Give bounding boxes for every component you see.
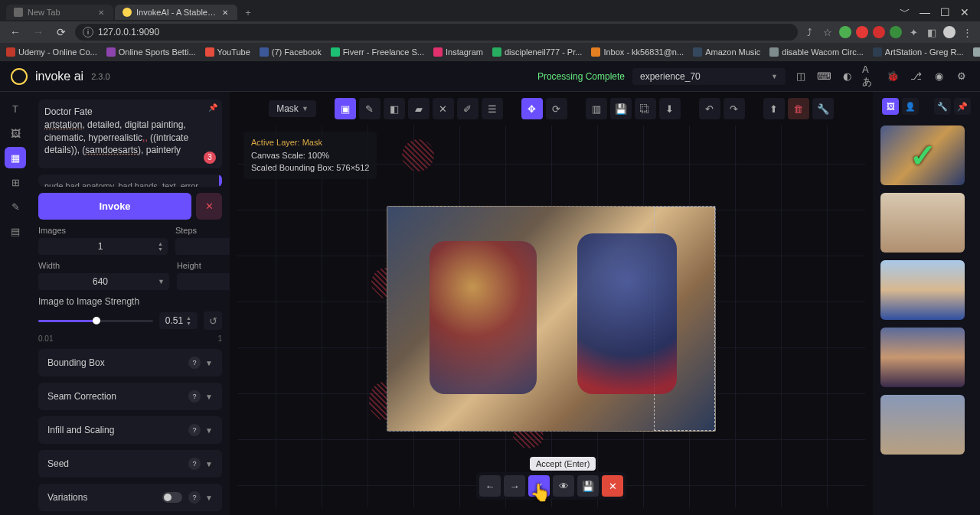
gallery-thumbnail[interactable] <box>880 395 965 455</box>
model-select[interactable]: experience_70 ▼ <box>632 68 786 85</box>
back-button[interactable]: ← <box>6 23 24 41</box>
layer-select[interactable]: Mask▼ <box>269 100 316 117</box>
bounding-box-overlay[interactable] <box>654 207 715 431</box>
rail-text2img-icon[interactable]: T <box>5 98 26 119</box>
bookmark-star-icon[interactable]: ☆ <box>821 25 835 39</box>
options-icon[interactable]: ☰ <box>482 98 503 119</box>
width-select[interactable]: ▼ <box>38 273 169 290</box>
extensions-icon[interactable]: ✦ <box>906 25 920 39</box>
brush-tool-icon[interactable]: ✎ <box>359 98 381 119</box>
reset-icon[interactable]: ↺ <box>204 311 222 330</box>
brush-color-button[interactable]: ▣ <box>335 98 356 119</box>
generated-image[interactable] <box>387 206 716 432</box>
help-icon[interactable]: ? <box>188 390 201 403</box>
bookmark-item[interactable]: (7) Facebook <box>260 47 322 57</box>
stage-accept-button[interactable]: ✓ <box>528 475 550 497</box>
stage-prev-icon[interactable]: ← <box>479 475 501 497</box>
reset-view-icon[interactable]: ⟳ <box>546 98 567 119</box>
browser-tab[interactable]: New Tab ✕ <box>6 5 113 20</box>
move-tool-icon[interactable]: ✥ <box>521 98 543 119</box>
rail-postprocess-icon[interactable]: ✎ <box>5 196 26 217</box>
forward-button[interactable]: → <box>29 23 47 41</box>
positive-prompt[interactable]: 📌 Doctor Fate artstation, detailed, digi… <box>38 99 222 168</box>
extension-icon[interactable] <box>890 26 902 38</box>
gallery-thumbnail[interactable] <box>880 125 965 185</box>
gallery-thumbnail[interactable] <box>880 193 965 253</box>
gallery-strip[interactable] <box>873 121 980 515</box>
bookmark-item[interactable]: Online Sports Betti... <box>106 47 196 57</box>
bug-icon[interactable]: 🐞 <box>885 69 900 84</box>
help-icon[interactable]: ? <box>188 357 201 369</box>
canvas-viewport[interactable]: Active Layer: Mask Canvas Scale: 100% Sc… <box>237 125 865 507</box>
accordion-seed[interactable]: Seed ? ▼ <box>38 450 222 478</box>
save-icon[interactable]: 💾 <box>610 98 632 119</box>
bookmark-item[interactable]: YouTube <box>205 47 250 57</box>
github-icon[interactable]: ⎇ <box>908 69 923 84</box>
stage-toggle-icon[interactable]: 👁 <box>553 475 574 497</box>
share-icon[interactable]: ⤴ <box>802 25 816 39</box>
clear-canvas-icon[interactable]: 🗑 <box>788 98 809 119</box>
fill-tool-icon[interactable]: ▰ <box>408 98 430 119</box>
help-icon[interactable]: ? <box>188 424 201 436</box>
bookmark-item[interactable]: Amazon Music <box>693 47 760 57</box>
redo-icon[interactable]: ↷ <box>724 98 745 119</box>
images-input[interactable]: ▲▼ <box>38 238 168 255</box>
accordion-variations[interactable]: Variations ? ▼ <box>38 484 222 511</box>
stepper-icon[interactable]: ▲▼ <box>186 315 191 326</box>
gallery-images-tab[interactable]: 🖼 <box>882 98 899 115</box>
rail-img2img-icon[interactable]: 🖼 <box>5 122 26 144</box>
stepper-icon[interactable]: ▲▼ <box>158 241 163 252</box>
help-icon[interactable]: ? <box>188 458 201 470</box>
extension-icon[interactable] <box>856 26 868 38</box>
negative-prompt[interactable]: nude bad anatomy, bad hands, text, error… <box>38 174 222 187</box>
window-close-button[interactable]: ✕ <box>956 3 974 21</box>
gallery-pin-icon[interactable]: 📌 <box>954 98 971 115</box>
window-minimize-button[interactable]: — <box>916 3 934 21</box>
discord-icon[interactable]: ◉ <box>931 69 946 84</box>
bookmark-item[interactable]: disable Wacom Circ... <box>769 47 864 57</box>
download-icon[interactable]: ⬇ <box>659 98 681 119</box>
rail-nodes-icon[interactable]: ⊞ <box>5 171 26 193</box>
language-icon[interactable]: Aあ <box>862 69 877 84</box>
strength-value[interactable]: 0.51▲▼ <box>159 312 198 329</box>
reload-button[interactable]: ⟳ <box>52 23 70 41</box>
clear-mask-icon[interactable]: ✕ <box>433 98 454 119</box>
cancel-button[interactable]: ✕ <box>196 193 222 220</box>
window-maximize-button[interactable]: ☐ <box>936 3 954 21</box>
bookmark-item[interactable]: discipleneil777 - Pr... <box>492 47 583 57</box>
theme-icon[interactable]: ◐ <box>839 69 854 84</box>
rail-canvas-icon[interactable]: ▦ <box>5 147 26 168</box>
stage-save-icon[interactable]: 💾 <box>577 475 599 497</box>
bookmark-item[interactable]: Fiverr - Freelance S... <box>331 47 424 57</box>
pin-icon[interactable]: 📌 <box>208 103 217 113</box>
settings-icon[interactable]: ⚙ <box>954 69 969 84</box>
copy-icon[interactable]: ⿻ <box>635 98 656 119</box>
url-input[interactable]: i 127.0.0.1:9090 <box>75 24 798 41</box>
bookmark-item[interactable]: Neil Fontaine | CGS... <box>973 47 980 57</box>
keyboard-icon[interactable]: ⌨ <box>816 69 831 84</box>
accordion-bounding-box[interactable]: Bounding Box ? ▼ <box>38 349 222 376</box>
extension-icon[interactable] <box>839 26 851 38</box>
new-tab-button[interactable]: + <box>239 3 257 21</box>
bookmark-item[interactable]: ArtStation - Greg R... <box>873 47 964 57</box>
height-select[interactable]: ▼ <box>177 273 230 290</box>
browser-tab-active[interactable]: InvokeAI - A Stable Diffusion Too... ✕ <box>115 5 237 20</box>
close-icon[interactable]: ✕ <box>96 8 106 17</box>
strength-slider[interactable] <box>38 320 153 322</box>
profile-avatar[interactable] <box>943 26 956 38</box>
menu-icon[interactable]: ⋮ <box>960 25 974 39</box>
bookmark-item[interactable]: Udemy - Online Co... <box>6 47 97 57</box>
variations-toggle[interactable] <box>162 492 182 503</box>
help-icon[interactable]: ? <box>188 491 201 504</box>
rail-training-icon[interactable]: ▤ <box>5 220 26 242</box>
bookmark-item[interactable]: Inbox - kk56831@n... <box>591 47 684 57</box>
gallery-user-tab[interactable]: 👤 <box>902 98 919 115</box>
extensions-menu-icon[interactable]: ◧ <box>925 25 939 39</box>
site-info-icon[interactable]: i <box>83 27 93 37</box>
settings-icon[interactable]: 🔧 <box>812 98 834 119</box>
bookmark-item[interactable]: Instagram <box>433 47 483 57</box>
gallery-thumbnail[interactable] <box>880 328 965 387</box>
eraser-tool-icon[interactable]: ◧ <box>384 98 405 119</box>
window-minimize-icon[interactable]: ﹀ <box>896 3 914 21</box>
gallery-thumbnail[interactable] <box>880 260 965 320</box>
